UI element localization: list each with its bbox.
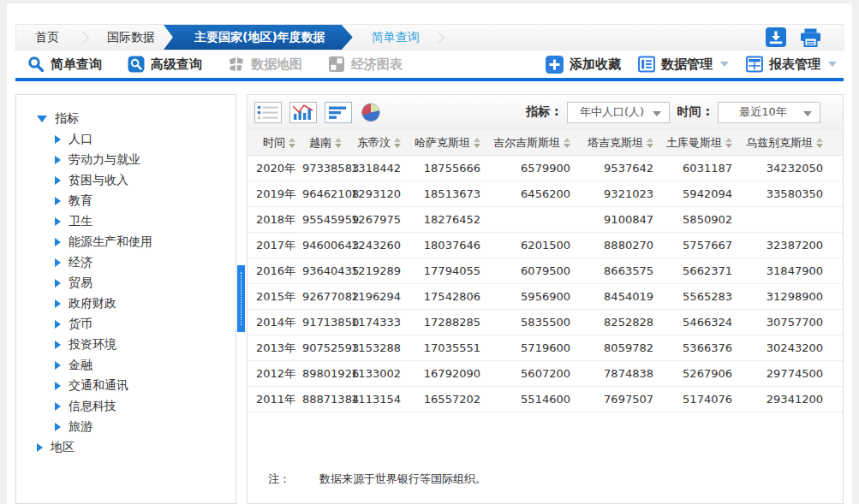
panel-resize-handle[interactable] — [237, 265, 245, 332]
sort-icon[interactable] — [816, 138, 823, 148]
data-cell: 5607200 — [487, 361, 577, 387]
tree-collapsed-icon — [55, 156, 61, 164]
advanced-query-button-label: 高级查询 — [151, 56, 202, 73]
tree-item-label: 卫生 — [69, 214, 92, 229]
data-cell: 17035551 — [408, 335, 487, 361]
data-cell: 31847900 — [739, 258, 830, 284]
sidebar-item-0-14[interactable]: 旅游 — [16, 417, 236, 437]
table-row-2015年: 2015年92677082119629417542806595690084540… — [248, 284, 843, 310]
sidebar-item-0-0[interactable]: 人口 — [16, 129, 236, 150]
add-favorite-button[interactable]: 添加收藏 — [546, 56, 621, 74]
data-cell: 9537642 — [577, 156, 660, 181]
econ-chart-icon — [328, 56, 345, 73]
sort-icon[interactable] — [725, 138, 732, 148]
report-manage-button[interactable]: 报表管理 — [746, 56, 837, 73]
data-cell: 8059782 — [577, 335, 660, 361]
bar-view-button[interactable] — [325, 102, 352, 123]
tree-collapsed-icon — [55, 238, 61, 246]
list-view-icon — [254, 102, 282, 123]
column-header-4[interactable]: 吉尔吉斯斯坦 — [487, 130, 577, 156]
toolbar-right: 添加收藏数据管理报表管理 — [546, 56, 837, 74]
sidebar-item-0-8[interactable]: 政府财政 — [16, 294, 236, 314]
tree-item-label: 投资环境 — [69, 337, 116, 353]
column-header-2[interactable]: 东帝汶 — [349, 130, 408, 156]
sidebar-item-0-11[interactable]: 金融 — [16, 355, 236, 376]
sort-icon[interactable] — [394, 138, 401, 148]
data-cell: 88871384 — [302, 387, 349, 412]
indicator-tree: 指标人口劳动力与就业贫困与收入教育卫生能源生产和使用经济贸易政府财政货币投资环境… — [16, 95, 236, 458]
chart-view-button[interactable] — [289, 102, 317, 123]
list-view-button[interactable] — [254, 102, 282, 123]
tree-collapsed-icon — [55, 402, 61, 411]
filler-cell — [830, 361, 843, 387]
breadcrumb-tab-3[interactable]: 主要国家(地区)年度数据 — [164, 25, 353, 50]
breadcrumb-tab-4[interactable]: 简单查询 — [353, 25, 433, 50]
breadcrumb-tab-1[interactable]: 首页 — [16, 25, 78, 50]
report-manage-icon — [746, 56, 763, 73]
download-button[interactable] — [766, 27, 786, 47]
row-year-cell: 2012年 — [248, 361, 302, 387]
data-manage-button[interactable]: 数据管理 — [638, 56, 729, 73]
column-header-label: 土库曼斯坦 — [666, 135, 722, 151]
tree-node-指标[interactable]: 指标 — [16, 109, 236, 129]
column-header-3[interactable]: 哈萨克斯坦 — [408, 130, 487, 156]
data-cell: 8663575 — [577, 258, 660, 284]
data-cell: 5719600 — [487, 335, 577, 361]
sidebar-item-0-6[interactable]: 经济 — [16, 252, 236, 273]
pie-view-button[interactable] — [360, 102, 382, 123]
data-map-button-label: 数据地图 — [251, 56, 302, 73]
sidebar-item-0-5[interactable]: 能源生产和使用 — [16, 232, 236, 252]
time-select[interactable]: 最近10年 — [718, 102, 820, 123]
sort-icon[interactable] — [289, 138, 295, 148]
advanced-query-button[interactable]: 高级查询 — [128, 56, 202, 73]
sidebar-item-0-3[interactable]: 教育 — [16, 191, 236, 211]
tree-item-label: 政府财政 — [69, 296, 116, 311]
sidebar-item-0-10[interactable]: 投资环境 — [16, 335, 236, 355]
download-icon — [766, 27, 786, 47]
indicator-select[interactable]: 年中人口(人) — [567, 102, 670, 123]
simple-query-button[interactable]: 简单查询 — [27, 56, 102, 73]
table-row-2012年: 2012年89801926113300216792090560720078748… — [248, 361, 843, 387]
table-row-2019年: 2019年96462108129312018513673645620093210… — [248, 181, 843, 207]
data-cell: 97338583 — [302, 156, 349, 181]
tree-item-label: 贫困与收入 — [69, 173, 128, 188]
sidebar-item-0-13[interactable]: 信息科技 — [16, 396, 236, 417]
data-cell: 18276452 — [408, 207, 487, 233]
sort-icon[interactable] — [474, 138, 480, 148]
data-cell: 5757667 — [660, 233, 739, 258]
row-year-cell: 2011年 — [248, 387, 302, 412]
sort-icon[interactable] — [647, 138, 653, 148]
sidebar-item-0-7[interactable]: 贸易 — [16, 273, 236, 294]
data-cell: 1196294 — [349, 284, 408, 310]
table-row-2014年: 2014年91713850117433317288285583550082528… — [248, 310, 843, 335]
view-bar: 指标 : 年中人口(人) 时间 : 最近10年 — [248, 95, 843, 129]
tree-collapsed-icon — [55, 320, 61, 329]
tree-collapsed-icon — [55, 423, 61, 431]
data-table: 时间越南东帝汶哈萨克斯坦吉尔吉斯斯坦塔吉克斯坦土库曼斯坦乌兹别克斯坦 2020年… — [248, 129, 843, 412]
sidebar-item-0-9[interactable]: 货币 — [16, 314, 236, 335]
sort-asc-icon — [816, 138, 823, 142]
tree-node-地区[interactable]: 地区 — [16, 437, 236, 458]
sort-icon[interactable] — [335, 138, 342, 148]
data-cell: 6579900 — [487, 156, 577, 181]
column-header-1[interactable]: 越南 — [302, 130, 349, 156]
filler-cell — [830, 335, 843, 361]
tree-collapsed-icon — [55, 258, 61, 267]
data-cell: 5174076 — [660, 387, 739, 412]
column-header-time[interactable]: 时间 — [248, 130, 302, 156]
column-header-filler — [830, 130, 843, 156]
sidebar-item-0-2[interactable]: 贫困与收入 — [16, 170, 236, 191]
data-cell: 31298900 — [739, 284, 830, 310]
sidebar-item-0-12[interactable]: 交通和通讯 — [16, 376, 236, 396]
print-button[interactable] — [799, 27, 822, 48]
sidebar-item-0-1[interactable]: 劳动力与就业 — [16, 150, 236, 170]
tree-collapsed-icon — [55, 361, 61, 370]
tree-item-label: 信息科技 — [69, 399, 116, 414]
tree-collapsed-icon — [55, 197, 61, 205]
breadcrumb-tab-2[interactable]: 国际数据 — [88, 25, 174, 50]
sidebar-item-0-4[interactable]: 卫生 — [16, 211, 236, 232]
column-header-7[interactable]: 乌兹别克斯坦 — [739, 130, 830, 156]
column-header-5[interactable]: 塔吉克斯坦 — [577, 130, 660, 156]
sort-icon[interactable] — [564, 138, 570, 148]
column-header-6[interactable]: 土库曼斯坦 — [660, 130, 739, 156]
